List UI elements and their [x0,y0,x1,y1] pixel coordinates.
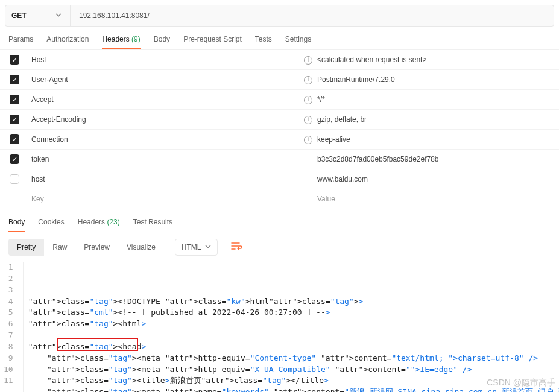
resp-tab-body[interactable]: Body [8,218,25,232]
resp-tab-cookies[interactable]: Cookies [38,218,64,232]
chevron-down-icon [55,11,62,20]
header-checkbox[interactable]: ✓ [10,75,19,84]
view-preview[interactable]: Preview [75,239,118,256]
resp-tab-headers-label: Headers [78,218,105,226]
view-raw[interactable]: Raw [44,239,75,256]
tab-authorization[interactable]: Authorization [46,35,89,49]
header-key[interactable]: token [29,155,302,163]
header-key[interactable]: Accept [29,95,302,104]
header-key[interactable]: User-Agent [29,75,302,84]
view-visualize[interactable]: Visualize [118,239,164,256]
url-input[interactable]: 192.168.101.41:8081/ [71,5,554,26]
header-row[interactable]: ✓Connectionikeep-alive [0,130,559,150]
resp-tab-test-results[interactable]: Test Results [133,218,172,232]
header-value-placeholder[interactable]: Value [315,195,559,203]
wrap-lines-icon[interactable] [226,238,247,256]
header-row[interactable]: hostwww.baidu.com [0,169,559,189]
header-checkbox[interactable]: ✓ [10,154,19,164]
tab-params[interactable]: Params [8,35,33,49]
header-checkbox[interactable]: ✓ [10,55,19,65]
response-tabs: Body Cookies Headers (23) Test Results [0,209,559,232]
tab-headers[interactable]: Headers (9) [102,35,140,49]
header-checkbox[interactable]: ✓ [10,115,19,124]
tab-settings[interactable]: Settings [285,35,311,49]
info-icon: i [302,134,315,144]
info-icon: i [302,95,315,104]
tab-headers-count: (9) [131,35,141,43]
language-select[interactable]: HTML [175,239,218,256]
header-value[interactable]: */* [315,95,559,104]
headers-table: ✓Hosti<calculated when request is sent>✓… [0,50,559,209]
header-value[interactable]: keep-alive [315,135,559,144]
header-value[interactable]: www.baidu.com [315,175,559,183]
header-key[interactable]: Host [29,55,302,64]
header-value[interactable]: b3c3c2d8d7fad00eb5fbac59de2ef78b [315,155,559,163]
header-row-new[interactable]: Key Value [0,189,559,209]
header-key[interactable]: host [29,175,302,183]
header-key-placeholder[interactable]: Key [29,195,302,203]
header-value[interactable]: PostmanRuntime/7.29.0 [315,75,559,84]
info-icon: i [302,75,315,84]
header-row[interactable]: ✓User-AgentiPostmanRuntime/7.29.0 [0,70,559,90]
info-icon: i [302,55,315,65]
header-row[interactable]: ✓Accept-Encodingigzip, deflate, br [0,110,559,130]
header-checkbox[interactable]: ✓ [10,95,19,104]
header-row[interactable]: ✓Hosti<calculated when request is sent> [0,50,559,70]
header-key[interactable]: Connection [29,135,302,144]
header-key[interactable]: Accept-Encoding [29,115,302,124]
header-value[interactable]: gzip, deflate, br [315,115,559,124]
view-mode-group: Pretty Raw Preview Visualize [8,239,164,256]
info-icon: i [302,115,315,124]
tab-headers-label: Headers [102,35,129,43]
header-checkbox[interactable]: ✓ [10,134,19,144]
code-lines[interactable]: "attr">class="tag"><!DOCTYPE "attr">clas… [23,262,559,392]
tab-body[interactable]: Body [154,35,170,49]
resp-tab-headers[interactable]: Headers (23) [78,218,120,232]
header-value[interactable]: <calculated when request is sent> [315,55,559,64]
line-gutter: 1234567891011 [0,262,23,392]
header-row[interactable]: ✓tokenb3c3c2d8d7fad00eb5fbac59de2ef78b [0,150,559,169]
http-method-label: GET [11,11,27,20]
resp-tab-headers-count: (23) [107,218,119,226]
tab-prescript[interactable]: Pre-request Script [183,35,242,49]
header-row[interactable]: ✓Accepti*/* [0,90,559,110]
view-toolbar: Pretty Raw Preview Visualize HTML [0,232,559,261]
language-label: HTML [182,243,201,251]
tab-tests[interactable]: Tests [255,35,272,49]
response-body[interactable]: 1234567891011 "attr">class="tag"><!DOCTY… [0,261,559,392]
view-pretty[interactable]: Pretty [8,239,44,256]
http-method-dropdown[interactable]: GET [5,5,71,26]
watermark: CSDN @隐市高手 [487,376,555,388]
header-checkbox[interactable] [10,174,19,184]
request-tabs: Params Authorization Headers (9) Body Pr… [0,29,559,50]
chevron-down-icon [205,243,211,251]
